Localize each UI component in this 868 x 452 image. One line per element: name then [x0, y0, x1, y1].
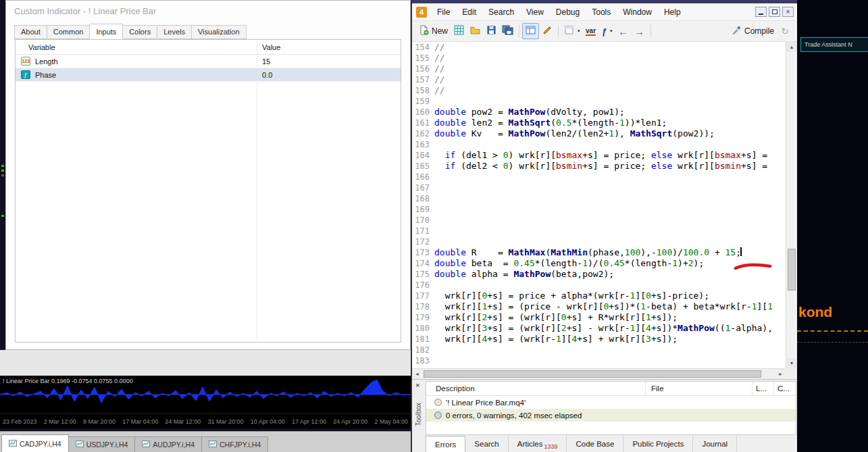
- code-line[interactable]: 155//: [412, 53, 786, 64]
- indicator-chart[interactable]: ! Linear Price Bar 0.1969 -0.0754 0.0755…: [0, 376, 411, 413]
- param-value[interactable]: 0.0: [257, 71, 401, 79]
- menu-edit[interactable]: Edit: [456, 5, 482, 20]
- param-value[interactable]: 15: [257, 57, 401, 66]
- toggle-layout-button[interactable]: [522, 23, 539, 39]
- toolbox-tab-search[interactable]: Search: [465, 436, 508, 452]
- code-line[interactable]: 165 if (del2 < 0) wrk[r][bsmin+s] = pric…: [412, 161, 786, 172]
- toolbox-tab-articles[interactable]: Articles1339: [509, 436, 567, 452]
- chart-tab-chfjpy[interactable]: CHFJPY.i,H4: [201, 436, 268, 452]
- save-all-button[interactable]: [499, 23, 516, 39]
- code-line[interactable]: 167: [412, 182, 786, 193]
- column-header-description[interactable]: Description: [426, 382, 646, 395]
- dialog-tab-levels[interactable]: Levels: [157, 25, 192, 39]
- line-number: 168: [412, 193, 434, 204]
- chart-tab-cadjpy[interactable]: CADJPY.i,H4: [1, 434, 69, 452]
- menu-window[interactable]: Window: [617, 5, 658, 20]
- column-header-col[interactable]: C...: [774, 382, 796, 395]
- code-line[interactable]: 175double alpha = MathPow(beta,pow2);: [412, 269, 786, 280]
- chart-tab-audjpy[interactable]: AUDJPY.i,H4: [134, 436, 202, 452]
- code-line[interactable]: 160double pow2 = MathPow(dVolty, pow1);: [412, 107, 786, 118]
- menu-debug[interactable]: Debug: [550, 5, 586, 20]
- code-line[interactable]: 156//: [412, 64, 786, 74]
- snippets-dropdown-button[interactable]: ▾: [561, 23, 583, 39]
- code-line[interactable]: 174double beta = 0.45*(length-1)/(0.45*(…: [412, 258, 786, 269]
- toolbox-tab-public-projects[interactable]: Public Projects: [623, 436, 693, 452]
- navigate-forward-button[interactable]: →: [632, 23, 648, 39]
- column-header-value: Value: [257, 43, 401, 51]
- toolbox-row-status[interactable]: 0 errors, 0 warnings, 402 msec elapsed: [426, 409, 796, 422]
- refresh-button[interactable]: ↻: [777, 23, 793, 39]
- styler-button[interactable]: [539, 23, 555, 39]
- code-line[interactable]: 159: [412, 96, 786, 107]
- column-header-line[interactable]: L...: [752, 382, 774, 395]
- scroll-up-icon[interactable]: ▲: [786, 42, 797, 52]
- dialog-tab-about[interactable]: About: [14, 25, 47, 39]
- insert-function-button[interactable]: ƒ ▾: [599, 23, 615, 39]
- code-line[interactable]: 179 wrk[r][2+s] = (wrk[r][0+s] + R*wrk[r…: [412, 312, 786, 323]
- chart-tab-usdjpy[interactable]: USDJPY.i,H4: [68, 436, 136, 452]
- horizontal-scroll-thumb[interactable]: [424, 370, 761, 378]
- menu-tools[interactable]: Tools: [586, 5, 617, 20]
- code-line[interactable]: 181 wrk[r][4+s] = (wrk[r-1][4+s] + wrk[r…: [412, 334, 786, 345]
- toolbox-tab-errors[interactable]: Errors: [426, 436, 465, 452]
- scroll-right-icon[interactable]: ►: [775, 369, 786, 379]
- code-line[interactable]: 154//: [412, 42, 786, 53]
- close-button[interactable]: ×: [782, 7, 794, 17]
- code-line[interactable]: 177 wrk[r][0+s] = price + alpha*(wrk[r-1…: [412, 291, 786, 301]
- restore-button[interactable]: [769, 7, 780, 17]
- menu-file[interactable]: File: [431, 5, 456, 20]
- horizontal-scrollbar[interactable]: ◄ ►: [412, 368, 786, 379]
- code-line[interactable]: 163: [412, 139, 786, 150]
- param-name: Length: [35, 57, 58, 66]
- menu-items: FileEditSearchViewDebugToolsWindowHelp: [431, 5, 687, 20]
- menu-help[interactable]: Help: [658, 5, 687, 20]
- toolbox-tab-code-base[interactable]: Code Base: [567, 436, 623, 452]
- code-line[interactable]: 157//: [412, 74, 786, 85]
- watch-var-button[interactable]: var: [583, 23, 599, 39]
- dialog-tab-inputs[interactable]: Inputs: [89, 24, 123, 39]
- trade-assistant-panel[interactable]: Trade Assistant N: [800, 37, 868, 52]
- dialog-tab-common[interactable]: Common: [47, 25, 91, 39]
- code-line[interactable]: 176: [412, 280, 786, 291]
- toolbox-close-icon[interactable]: ×: [415, 382, 419, 389]
- input-row-length[interactable]: 123Length15: [16, 55, 401, 68]
- new-button[interactable]: New: [416, 23, 451, 39]
- code-line[interactable]: 178 wrk[r][1+s] = (price - wrk[r][0+s])*…: [412, 301, 786, 312]
- code-line[interactable]: 158//: [412, 85, 786, 96]
- scroll-down-icon[interactable]: ▼: [786, 358, 797, 368]
- code-line[interactable]: 164 if (del1 > 0) wrk[r][bsmax+s] = pric…: [412, 150, 786, 161]
- compile-button[interactable]: Compile: [729, 23, 777, 39]
- toolbox-row-file[interactable]: '! Linear Price Bar.mq4': [426, 396, 796, 409]
- navigate-back-button[interactable]: ←: [615, 23, 632, 39]
- time-axis-label: 2 Mar 12:00: [44, 418, 76, 425]
- code-line[interactable]: 162double Kv = MathPow(len2/(len2+1), Ma…: [412, 128, 786, 139]
- code-line[interactable]: 173double R = MathMax(MathMin(phase,100)…: [412, 247, 786, 258]
- screen: Custom Indicator - ! Linear Price Bar Ab…: [0, 0, 868, 452]
- menu-search[interactable]: Search: [482, 5, 520, 20]
- vertical-scrollbar[interactable]: ▲ ▼: [786, 42, 797, 368]
- code-line[interactable]: 183: [412, 355, 786, 366]
- mql5-wizard-button[interactable]: [451, 23, 467, 39]
- code-editor[interactable]: 154//155//156//157//158//159160double po…: [412, 42, 786, 368]
- code-line[interactable]: 169: [412, 204, 786, 215]
- scroll-left-icon[interactable]: ◄: [412, 369, 422, 379]
- code-line[interactable]: 182: [412, 345, 786, 355]
- dialog-tab-visualization[interactable]: Visualization: [191, 25, 247, 39]
- code-line[interactable]: 180 wrk[r][3+s] = (wrk[r][2+s] - wrk[r-1…: [412, 323, 786, 334]
- code-line[interactable]: 170: [412, 215, 786, 226]
- column-header-file[interactable]: File: [646, 382, 752, 395]
- dialog-tab-colors[interactable]: Colors: [122, 25, 157, 39]
- open-button[interactable]: [467, 23, 483, 39]
- code-line[interactable]: 168: [412, 193, 786, 204]
- save-button[interactable]: [483, 23, 499, 39]
- dashed-level-line: [797, 342, 868, 343]
- toolbox-tab-journal[interactable]: Journal: [693, 436, 737, 452]
- vertical-scroll-thumb[interactable]: [788, 249, 796, 291]
- code-line[interactable]: 166: [412, 172, 786, 182]
- code-line[interactable]: 161double len2 = MathSqrt(0.5*(length-1)…: [412, 118, 786, 128]
- code-line[interactable]: 171: [412, 226, 786, 236]
- minimize-button[interactable]: [755, 7, 767, 17]
- code-line[interactable]: 172: [412, 236, 786, 247]
- menu-view[interactable]: View: [520, 5, 550, 20]
- input-row-phase[interactable]: ƒPhase0.0: [16, 68, 401, 82]
